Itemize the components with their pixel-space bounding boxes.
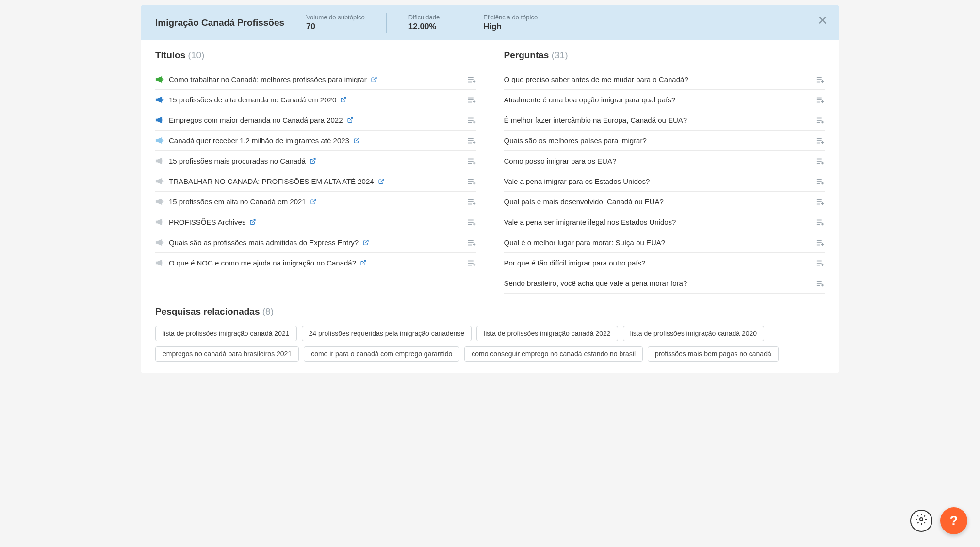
question-item[interactable]: O que preciso saber antes de me mudar pa… bbox=[504, 69, 825, 90]
related-chip[interactable]: lista de profissões imigração canadá 202… bbox=[623, 326, 765, 341]
add-to-list-icon[interactable] bbox=[816, 259, 825, 267]
external-link-icon[interactable] bbox=[353, 137, 360, 144]
add-to-list-icon[interactable] bbox=[468, 259, 476, 267]
megaphone-icon bbox=[155, 198, 164, 205]
question-item[interactable]: Por que é tão difícil imigrar para outro… bbox=[504, 253, 825, 273]
questions-label: Perguntas bbox=[504, 50, 549, 60]
question-text: O que preciso saber antes de me mudar pa… bbox=[504, 75, 812, 83]
stat-volume: Volume do subtópico 70 bbox=[306, 14, 387, 32]
related-chip[interactable]: 24 profissões requeridas pela imigração … bbox=[302, 326, 472, 341]
title-text: 15 profissões em alta no Canadá em 2021 bbox=[169, 198, 463, 206]
add-to-list-icon[interactable] bbox=[816, 96, 825, 104]
related-count: (8) bbox=[262, 306, 274, 316]
title-item[interactable]: 15 profissões em alta no Canadá em 2021 bbox=[155, 192, 476, 212]
modal-header: Imigração Canadá Profissões Volume do su… bbox=[141, 5, 839, 40]
title-item[interactable]: TRABALHAR NO CANADÁ: PROFISSÕES EM ALTA … bbox=[155, 171, 476, 192]
add-to-list-icon[interactable] bbox=[468, 157, 476, 165]
stat-difficulty-value: 12.00% bbox=[408, 22, 440, 32]
external-link-icon[interactable] bbox=[360, 260, 367, 266]
title-item[interactable]: Canadá quer receber 1,2 milhão de imigra… bbox=[155, 131, 476, 151]
topic-title: Imigração Canadá Profissões bbox=[155, 17, 284, 28]
question-text: Como posso imigrar para os EUA? bbox=[504, 157, 812, 165]
related-chip[interactable]: lista de profissões imigração canadá 202… bbox=[476, 326, 618, 341]
question-text: Por que é tão difícil imigrar para outro… bbox=[504, 259, 812, 267]
add-to-list-icon[interactable] bbox=[468, 116, 476, 124]
titles-column: Títulos (10) Como trabalhar no Canadá: m… bbox=[155, 50, 490, 294]
megaphone-icon bbox=[155, 178, 164, 185]
add-to-list-icon[interactable] bbox=[816, 116, 825, 124]
questions-list[interactable]: O que preciso saber antes de me mudar pa… bbox=[504, 69, 825, 294]
related-chips: lista de profissões imigração canadá 202… bbox=[155, 326, 825, 362]
question-item[interactable]: Vale a pena imigrar para os Estados Unid… bbox=[504, 171, 825, 192]
add-to-list-icon[interactable] bbox=[816, 178, 825, 185]
megaphone-icon bbox=[155, 76, 164, 83]
external-link-icon[interactable] bbox=[362, 239, 369, 246]
megaphone-icon bbox=[155, 218, 164, 226]
add-to-list-icon[interactable] bbox=[816, 137, 825, 145]
megaphone-icon bbox=[155, 239, 164, 246]
stat-efficiency: Eficiência do tópico High bbox=[483, 14, 559, 32]
topic-detail-modal: Imigração Canadá Profissões Volume do su… bbox=[141, 5, 839, 373]
add-to-list-icon[interactable] bbox=[468, 76, 476, 83]
external-link-icon[interactable] bbox=[249, 219, 256, 225]
question-item[interactable]: Sendo brasileiro, você acha que vale a p… bbox=[504, 273, 825, 294]
question-item[interactable]: É melhor fazer intercâmbio na Europa, Ca… bbox=[504, 110, 825, 131]
title-text: 15 profissões mais procuradas no Canadá bbox=[169, 157, 463, 165]
add-to-list-icon[interactable] bbox=[468, 178, 476, 185]
add-to-list-icon[interactable] bbox=[468, 198, 476, 206]
add-to-list-icon[interactable] bbox=[816, 218, 825, 226]
stat-efficiency-value: High bbox=[483, 22, 538, 32]
related-chip[interactable]: como conseguir emprego no canadá estando… bbox=[464, 346, 643, 362]
add-to-list-icon[interactable] bbox=[468, 239, 476, 247]
titles-list[interactable]: Como trabalhar no Canadá: melhores profi… bbox=[155, 69, 476, 273]
title-item[interactable]: 15 profissões mais procuradas no Canadá bbox=[155, 151, 476, 171]
megaphone-icon bbox=[155, 96, 164, 103]
external-link-icon[interactable] bbox=[378, 178, 385, 184]
title-text: O que é NOC e como me ajuda na imigração… bbox=[169, 259, 463, 267]
title-item[interactable]: PROFISSÕES Archives bbox=[155, 212, 476, 232]
close-icon: ✕ bbox=[817, 13, 828, 28]
title-text: TRABALHAR NO CANADÁ: PROFISSÕES EM ALTA … bbox=[169, 177, 463, 185]
related-chip[interactable]: empregos no canadá para brasileiros 2021 bbox=[155, 346, 299, 362]
title-item[interactable]: O que é NOC e como me ajuda na imigração… bbox=[155, 253, 476, 273]
related-label: Pesquisas relacionadas bbox=[155, 306, 260, 316]
add-to-list-icon[interactable] bbox=[816, 280, 825, 287]
add-to-list-icon[interactable] bbox=[816, 239, 825, 247]
add-to-list-icon[interactable] bbox=[816, 76, 825, 83]
modal-content: Títulos (10) Como trabalhar no Canadá: m… bbox=[141, 40, 839, 298]
external-link-icon[interactable] bbox=[310, 199, 317, 205]
question-item[interactable]: Vale a pena ser imigrante ilegal nos Est… bbox=[504, 212, 825, 232]
question-item[interactable]: Qual país é mais desenvolvido: Canadá ou… bbox=[504, 192, 825, 212]
title-text: Empregos com maior demanda no Canadá par… bbox=[169, 116, 463, 124]
titles-count: (10) bbox=[188, 50, 205, 60]
question-text: Atualmente é uma boa opção imigrar para … bbox=[504, 96, 812, 104]
external-link-icon[interactable] bbox=[371, 76, 377, 83]
add-to-list-icon[interactable] bbox=[816, 198, 825, 206]
related-heading: Pesquisas relacionadas (8) bbox=[155, 306, 825, 317]
question-item[interactable]: Como posso imigrar para os EUA? bbox=[504, 151, 825, 171]
title-item[interactable]: Quais são as profissões mais admitidas d… bbox=[155, 232, 476, 253]
question-item[interactable]: Quais são os melhores países para imigra… bbox=[504, 131, 825, 151]
questions-column: Perguntas (31) O que preciso saber antes… bbox=[490, 50, 825, 294]
add-to-list-icon[interactable] bbox=[816, 157, 825, 165]
title-item[interactable]: Empregos com maior demanda no Canadá par… bbox=[155, 110, 476, 131]
related-chip[interactable]: como ir para o canadá com emprego garant… bbox=[304, 346, 459, 362]
external-link-icon[interactable] bbox=[340, 97, 347, 103]
questions-count: (31) bbox=[552, 50, 568, 60]
question-text: Sendo brasileiro, você acha que vale a p… bbox=[504, 279, 812, 287]
questions-heading: Perguntas (31) bbox=[504, 50, 825, 61]
title-item[interactable]: 15 profissões de alta demanda no Canadá … bbox=[155, 90, 476, 110]
title-item[interactable]: Como trabalhar no Canadá: melhores profi… bbox=[155, 69, 476, 90]
related-chip[interactable]: lista de profissões imigração canadá 202… bbox=[155, 326, 297, 341]
add-to-list-icon[interactable] bbox=[468, 137, 476, 145]
add-to-list-icon[interactable] bbox=[468, 218, 476, 226]
question-item[interactable]: Qual é o melhor lugar para morar: Suíça … bbox=[504, 232, 825, 253]
add-to-list-icon[interactable] bbox=[468, 96, 476, 104]
titles-label: Títulos bbox=[155, 50, 185, 60]
external-link-icon[interactable] bbox=[347, 117, 354, 123]
related-chip[interactable]: profissões mais bem pagas no canadá bbox=[648, 346, 779, 362]
close-button[interactable]: ✕ bbox=[817, 15, 829, 26]
external-link-icon[interactable] bbox=[310, 158, 316, 164]
question-text: Qual país é mais desenvolvido: Canadá ou… bbox=[504, 198, 812, 206]
question-item[interactable]: Atualmente é uma boa opção imigrar para … bbox=[504, 90, 825, 110]
